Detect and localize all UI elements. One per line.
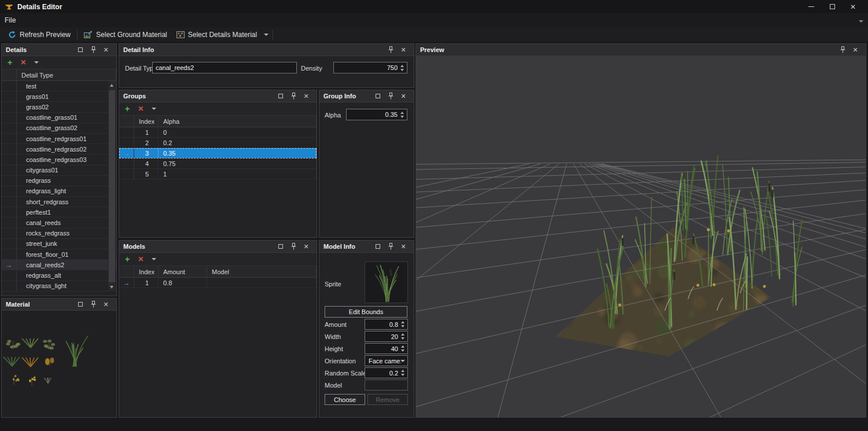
float-icon[interactable] — [372, 242, 384, 251]
random-scale-spinner[interactable]: 0.2 — [365, 367, 408, 378]
pin-icon[interactable] — [836, 45, 849, 54]
select-details-material-button[interactable]: Select Details Material — [172, 28, 262, 41]
close-icon[interactable]: ✕ — [100, 300, 112, 309]
detail-row[interactable]: citygrass_light — [2, 281, 116, 292]
pin-icon[interactable] — [384, 91, 397, 101]
spin-up-icon[interactable] — [400, 65, 404, 67]
group-row[interactable]: 10 — [119, 127, 317, 138]
spin-down-icon[interactable] — [401, 337, 404, 340]
detail-row[interactable]: redgrass_alt — [2, 270, 116, 281]
spin-down-icon[interactable] — [401, 374, 404, 376]
close-icon[interactable]: ✕ — [397, 242, 410, 251]
density-spinner[interactable]: 750 — [333, 62, 407, 73]
detail-row[interactable]: forest_floor_01 — [2, 249, 116, 260]
float-icon[interactable] — [274, 242, 287, 251]
orientation-dropdown[interactable]: Face came... — [365, 355, 408, 366]
spin-up-icon[interactable] — [400, 112, 404, 114]
close-icon[interactable]: ✕ — [300, 242, 312, 251]
refresh-preview-button[interactable]: Refresh Preview — [3, 28, 75, 41]
scrollbar-thumb[interactable] — [109, 90, 115, 282]
menu-file[interactable]: File — [5, 16, 16, 24]
model-row[interactable]: →10.8 — [119, 278, 317, 288]
detail-row[interactable]: coastline_redgrass03 — [2, 154, 116, 165]
close-button[interactable]: ✕ — [843, 1, 863, 13]
spin-up-icon[interactable] — [401, 333, 404, 336]
detail-row[interactable]: street_junk — [2, 239, 116, 249]
model-column-header[interactable]: Model — [207, 266, 317, 277]
alpha-spinner[interactable]: 0.35 — [346, 109, 407, 120]
detail-row[interactable]: redgrass_light — [2, 186, 116, 197]
group-row[interactable]: 20.2 — [119, 138, 317, 148]
delete-detail-button[interactable]: ✕ — [20, 59, 26, 66]
details-toolbar-dropdown[interactable] — [34, 61, 39, 64]
detail-row[interactable]: short_redgrass — [2, 197, 116, 207]
close-icon[interactable]: ✕ — [397, 91, 410, 101]
detail-row[interactable]: canal_reeds — [2, 218, 116, 228]
details-scrollbar[interactable] — [108, 81, 116, 292]
detail-row[interactable]: redgrass — [2, 176, 116, 186]
group-row[interactable]: 51 — [119, 169, 317, 179]
group-row[interactable]: 40.75 — [119, 159, 317, 169]
scroll-down-icon[interactable] — [110, 286, 113, 289]
edit-bounds-button[interactable]: Edit Bounds — [325, 306, 407, 318]
detail-row[interactable]: coastline_grass01 — [2, 113, 116, 123]
menubar-overflow-icon[interactable] — [859, 16, 863, 24]
amount-spinner[interactable]: 0.8 — [365, 319, 408, 330]
close-icon[interactable]: ✕ — [300, 91, 312, 101]
spin-down-icon[interactable] — [401, 349, 404, 352]
pin-icon[interactable] — [87, 300, 100, 309]
detail-row[interactable]: test — [2, 81, 116, 91]
spin-up-icon[interactable] — [401, 345, 404, 348]
detail-row[interactable]: coastline_grass02 — [2, 123, 116, 134]
float-icon[interactable] — [372, 91, 384, 101]
add-group-button[interactable]: + — [125, 105, 130, 113]
close-icon[interactable]: ✕ — [100, 45, 112, 54]
spin-down-icon[interactable] — [400, 69, 404, 71]
select-ground-material-button[interactable]: Select Ground Material — [79, 28, 172, 41]
pin-icon[interactable] — [384, 45, 397, 54]
minimize-button[interactable] — [801, 1, 822, 13]
select-details-material-dropdown[interactable] — [262, 28, 271, 41]
width-spinner[interactable]: 20 — [365, 331, 408, 342]
detail-row[interactable]: grass02 — [2, 102, 116, 112]
close-icon[interactable]: ✕ — [849, 45, 862, 54]
spin-down-icon[interactable] — [400, 116, 404, 118]
float-icon[interactable] — [274, 91, 287, 101]
choose-button[interactable]: Choose — [325, 394, 365, 405]
alpha-column-header[interactable]: Alpha — [159, 116, 317, 127]
pin-icon[interactable] — [287, 91, 300, 101]
preview-viewport[interactable] — [416, 56, 866, 417]
close-icon[interactable]: ✕ — [397, 45, 410, 54]
detail-row[interactable]: perftest1 — [2, 207, 116, 218]
detail-type-input[interactable] — [152, 62, 297, 73]
detail-row[interactable]: grass01 — [2, 91, 116, 102]
models-toolbar-dropdown[interactable] — [152, 258, 156, 260]
pin-icon[interactable] — [384, 242, 397, 251]
pin-icon[interactable] — [287, 242, 300, 251]
groups-toolbar-dropdown[interactable] — [152, 108, 156, 110]
maximize-button[interactable] — [822, 1, 843, 13]
scroll-up-icon[interactable] — [110, 84, 113, 87]
model-field[interactable] — [365, 380, 408, 391]
spin-down-icon[interactable] — [401, 325, 404, 327]
amount-column-header[interactable]: Amount — [159, 266, 207, 277]
remove-button[interactable]: Remove — [367, 394, 408, 405]
detail-type-column-header[interactable]: Detail Type — [17, 69, 116, 80]
float-icon[interactable] — [74, 45, 87, 54]
group-row[interactable]: →30.35 — [119, 148, 317, 159]
detail-row[interactable]: citygrass01 — [2, 165, 116, 176]
detail-row[interactable]: coastline_redgrass02 — [2, 144, 116, 154]
spin-up-icon[interactable] — [401, 321, 404, 323]
detail-row[interactable]: →canal_reeds2 — [2, 260, 116, 270]
delete-group-button[interactable]: ✕ — [138, 105, 144, 112]
index-column-header[interactable]: Index — [134, 116, 159, 127]
sprite-thumbnail[interactable] — [365, 261, 408, 303]
detail-row[interactable]: rocks_redgrass — [2, 229, 116, 239]
spin-up-icon[interactable] — [401, 370, 404, 372]
float-icon[interactable] — [74, 300, 87, 309]
index-column-header[interactable]: Index — [134, 266, 159, 277]
add-model-button[interactable]: + — [125, 255, 130, 263]
detail-row[interactable]: coastline_redgrass01 — [2, 134, 116, 144]
add-detail-button[interactable]: + — [8, 58, 12, 67]
delete-model-button[interactable]: ✕ — [138, 256, 144, 263]
